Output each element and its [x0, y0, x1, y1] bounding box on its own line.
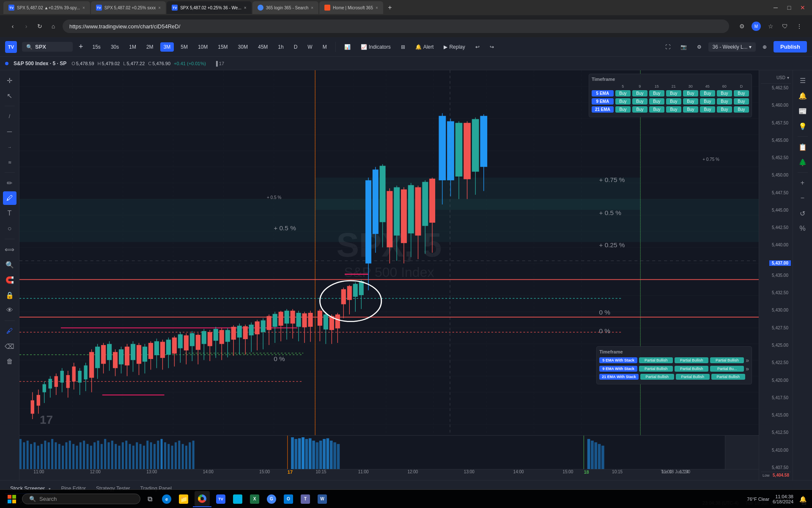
bookmark-icon[interactable]: ☆: [765, 20, 776, 32]
tab-close-1[interactable]: ×: [82, 6, 85, 10]
url-bar[interactable]: https://www.tradingview.com/chart/ciD54R…: [63, 19, 729, 33]
screenshot-button[interactable]: 📷: [677, 42, 690, 52]
lock-tool[interactable]: 🔒: [3, 288, 16, 302]
back-button[interactable]: ‹: [7, 20, 19, 32]
ema-stack-21-2[interactable]: Partial Bullish: [676, 374, 710, 380]
taskbar-excel-icon[interactable]: X: [247, 491, 262, 507]
tab-close-2[interactable]: ×: [158, 6, 161, 10]
timeframe-1h[interactable]: 1h: [274, 42, 287, 52]
fullscreen-button[interactable]: ⛶: [662, 42, 674, 52]
trash-tool[interactable]: 🗑: [3, 355, 16, 368]
timeframe-5m[interactable]: 5M: [177, 42, 191, 52]
ema-stack-expand[interactable]: »: [746, 357, 749, 364]
ema-buy-21-5[interactable]: Buy: [683, 106, 698, 113]
taskbar-tv-icon[interactable]: TV: [213, 491, 228, 507]
ema-buy-5-1[interactable]: Buy: [615, 90, 631, 97]
profile-icon[interactable]: M: [750, 20, 762, 32]
ema-buy-5-3[interactable]: Buy: [649, 90, 664, 97]
tab-1[interactable]: TV SPX 5,487.02 ▲+0.25% 39-spy... ×: [3, 1, 90, 14]
measure-tool[interactable]: ⟺: [3, 243, 16, 256]
ema-buy-9-6[interactable]: Buy: [700, 98, 715, 105]
ema-buy-5-7[interactable]: Buy: [717, 90, 732, 97]
redo-button[interactable]: ↪: [486, 42, 497, 52]
tab-close-5[interactable]: ×: [376, 6, 378, 10]
timeframe-2m[interactable]: 2M: [143, 42, 157, 52]
brush-tool[interactable]: ✏: [3, 176, 16, 190]
ema-stack-9-2[interactable]: Partial Bullish: [675, 366, 708, 372]
tab-close-4[interactable]: ×: [311, 6, 313, 10]
taskbar-search[interactable]: 🔍 Search: [22, 494, 140, 504]
timeframe-30m[interactable]: 30M: [235, 42, 251, 52]
ema-stack-21-3[interactable]: Partial Bullish: [711, 374, 745, 380]
ema-buy-21-6[interactable]: Buy: [700, 106, 715, 113]
home-button[interactable]: ⌂: [47, 20, 59, 32]
minimize-button[interactable]: ─: [770, 2, 782, 14]
chart-type-button[interactable]: 📊: [341, 42, 354, 52]
taskbar-explorer-icon[interactable]: 📁: [176, 491, 191, 507]
ema-buy-9-3[interactable]: Buy: [649, 98, 664, 105]
ema-stack-5-3[interactable]: Partial Bullish: [710, 357, 744, 363]
zoom-plus-icon[interactable]: +: [796, 176, 809, 190]
replay-button[interactable]: ▶ Replay: [440, 42, 468, 52]
ema-buy-21-1[interactable]: Buy: [615, 106, 631, 113]
ema-buy-5-6[interactable]: Buy: [700, 90, 715, 97]
shape-tool[interactable]: ○: [3, 222, 16, 235]
ema-stack-5-2[interactable]: Partial Bullish: [675, 357, 708, 363]
settings-button[interactable]: ⚙: [694, 42, 705, 52]
erase-tool[interactable]: ⌫: [3, 340, 16, 353]
ema-buy-9-2[interactable]: Buy: [632, 98, 647, 105]
ema-stack-9-3[interactable]: Partial Bu...: [710, 366, 744, 372]
ema-buy-9-7[interactable]: Buy: [717, 98, 732, 105]
timeframe-1m[interactable]: 1M: [126, 42, 140, 52]
ema-buy-9-1[interactable]: Buy: [615, 98, 631, 105]
undo-button[interactable]: ↩: [472, 42, 483, 52]
timeframe-15m[interactable]: 15M: [214, 42, 231, 52]
taskbar-chrome2-icon[interactable]: G: [264, 491, 279, 507]
tab-5[interactable]: Home | Microsoft 365 ×: [319, 1, 383, 14]
cursor-tool[interactable]: ✛: [3, 74, 16, 87]
task-view-button[interactable]: ⧉: [142, 491, 157, 507]
taskbar-teams-icon[interactable]: T: [298, 491, 313, 507]
magnet-tool[interactable]: 🧲: [3, 273, 16, 287]
layouts-button[interactable]: ⊞: [398, 42, 409, 52]
arrow-tool[interactable]: ↖: [3, 89, 16, 102]
tab-2[interactable]: TV SPX 5,487.02 +0.25% sxxx ×: [91, 1, 166, 14]
data-window-icon[interactable]: 📋: [796, 140, 809, 154]
add-symbol-button[interactable]: +: [76, 41, 86, 52]
tab-3[interactable]: TV SPX 5,487.02 +0.25% 36 - We... ×: [167, 1, 251, 14]
ema-buy-9-8[interactable]: Buy: [734, 98, 749, 105]
timeframe-15s[interactable]: 15s: [89, 42, 104, 52]
eye-tool[interactable]: 👁: [3, 304, 16, 317]
taskbar-chrome-icon[interactable]: [195, 491, 210, 506]
log-scale-icon[interactable]: %: [796, 222, 809, 235]
text-tool[interactable]: T: [3, 207, 16, 220]
tab-4[interactable]: 365 login 365 - Search ×: [252, 1, 318, 14]
ema-buy-9-4[interactable]: Buy: [666, 98, 681, 105]
trend-line-tool[interactable]: /: [3, 110, 16, 123]
fib-tool[interactable]: ≋: [3, 155, 16, 169]
reload-button[interactable]: ↻: [34, 20, 46, 32]
ema-buy-9-5[interactable]: Buy: [683, 98, 698, 105]
notification-center[interactable]: 🔔: [797, 493, 809, 505]
forward-button[interactable]: ›: [20, 20, 32, 32]
shield-icon[interactable]: 🛡: [779, 20, 791, 32]
timeframe-45m[interactable]: 45M: [255, 42, 271, 52]
symbol-search[interactable]: 🔍 SPX: [22, 42, 73, 52]
currency-dropdown[interactable]: ▾: [787, 75, 789, 80]
ema-buy-21-8[interactable]: Buy: [734, 106, 749, 113]
ema-buy-21-2[interactable]: Buy: [632, 106, 647, 113]
object-tree-icon[interactable]: 🌲: [796, 155, 809, 169]
horizontal-line-tool[interactable]: ─: [3, 125, 16, 138]
taskbar-win-icon[interactable]: 🌐: [230, 491, 245, 507]
ideas-icon[interactable]: 💡: [796, 119, 809, 133]
ema-stack-9-1[interactable]: Partial Bullish: [639, 366, 673, 372]
start-button[interactable]: [3, 491, 20, 508]
ema-buy-5-5[interactable]: Buy: [683, 90, 698, 97]
taskbar-outlook-icon[interactable]: O: [281, 491, 296, 507]
restore-button[interactable]: □: [783, 2, 795, 14]
taskbar-chrome-running[interactable]: [193, 491, 211, 507]
alert-button[interactable]: 🔔 Alert: [412, 42, 437, 52]
ema-stack-expand-9[interactable]: »: [746, 365, 749, 372]
chart-canvas[interactable]: SPX, 5 S&P 500 Index: [19, 70, 759, 435]
tab-close-3[interactable]: ×: [244, 6, 247, 10]
